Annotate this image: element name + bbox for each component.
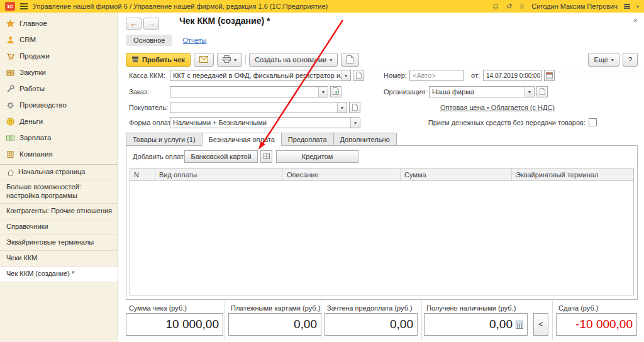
pay-by-credit-button[interactable]: Кредитом xyxy=(276,150,358,163)
payments-table: N Вид оплаты Описание Сумма Эквайринговы… xyxy=(130,168,634,295)
nav-item-label: Справочники xyxy=(6,223,48,231)
create-order-button[interactable] xyxy=(330,86,341,97)
totals-divider xyxy=(225,301,225,340)
number-field[interactable]: <Авто> xyxy=(409,70,464,81)
open-organization-button[interactable] xyxy=(536,86,548,97)
organization-field[interactable]: Наша фирма ▾ xyxy=(429,86,535,97)
calculator-icon[interactable] xyxy=(516,321,523,329)
sidebar-item-kompaniya[interactable]: Компания xyxy=(0,146,118,162)
sidebar-item-raboty[interactable]: Работы xyxy=(0,80,118,97)
cards-sum-field: 0,00 xyxy=(228,313,321,336)
sidebar-item-ekvayring-terminaly[interactable]: Эквайринговые терминалы xyxy=(0,235,118,251)
column-header-opisanie[interactable]: Описание xyxy=(283,168,401,180)
customer-field[interactable]: ▾ xyxy=(170,102,347,113)
sidebar-item-prodazhi[interactable]: Продажи xyxy=(0,48,118,64)
open-customer-button[interactable] xyxy=(349,102,360,113)
date-field[interactable]: 14.07.2019 0:00:00 xyxy=(483,70,542,81)
payment-type-menu-button[interactable] xyxy=(260,150,272,163)
cash-received-label: Получено наличными (руб.) xyxy=(426,304,516,312)
close-icon[interactable]: × xyxy=(633,16,638,25)
history-icon[interactable]: ↺ xyxy=(506,2,512,11)
pay-by-card-button[interactable]: Банковской картой xyxy=(184,150,258,163)
document-button[interactable] xyxy=(341,53,359,67)
main-menu-icon[interactable] xyxy=(20,3,28,9)
field-value: Наличными + Безналичными xyxy=(170,118,350,128)
sidebar-item-proizvodstvo[interactable]: Производство xyxy=(0,97,118,113)
column-header-vid-oplaty[interactable]: Вид оплаты xyxy=(155,168,283,180)
column-header-summa[interactable]: Сумма xyxy=(401,168,512,180)
sidebar-item-zakupki[interactable]: Закупки xyxy=(0,64,118,80)
kassa-kkm-field[interactable]: ККТ с передачей в ОФД, фискальный регист… xyxy=(170,70,351,81)
service-menu-icon[interactable] xyxy=(624,3,630,9)
sidebar-item-cheki-kkm[interactable]: Чеки ККМ xyxy=(0,251,118,267)
sidebar-item-zarplata[interactable]: Зарплата xyxy=(0,130,118,146)
more-button[interactable]: Еще ▾ xyxy=(588,53,619,67)
nav-back-button[interactable]: ← xyxy=(126,18,142,30)
no-goods-transfer-checkbox[interactable] xyxy=(589,118,597,126)
dropdown-button[interactable]: ▾ xyxy=(337,102,347,113)
sidebar-item-dengi[interactable]: Деньги xyxy=(0,113,118,130)
add-payment-label: Добавить оплату: xyxy=(133,153,189,160)
sidebar-item-crm[interactable]: CRM xyxy=(0,31,118,48)
sidebar-item-label: Закупки xyxy=(19,69,46,76)
column-header-n[interactable]: N xyxy=(130,168,155,180)
tab-tovary-i-uslugi[interactable]: Товары и услуги (1) xyxy=(126,133,202,146)
nav-forward-button[interactable]: → xyxy=(143,18,159,30)
production-gear-icon xyxy=(6,101,14,109)
send-email-button[interactable] xyxy=(194,53,214,67)
open-kassa-button[interactable] xyxy=(353,70,364,81)
current-user[interactable]: Сигодин Максим Петрович xyxy=(531,3,618,10)
tab-otchety[interactable]: Отчеты xyxy=(182,36,206,44)
company-building-icon xyxy=(6,150,14,158)
sidebar-item-chek-kkm-sozdanie[interactable]: Чек ККМ (создание) * xyxy=(0,267,118,282)
totals-divider xyxy=(552,301,553,340)
field-value xyxy=(170,102,337,113)
notifications-bell-icon[interactable] xyxy=(492,3,499,11)
sidebar-item-home[interactable]: Начальная страница xyxy=(0,165,118,180)
application-window: 1С Управление нашей фирмой 6 / Управлени… xyxy=(0,0,644,342)
nav-item-label: Больше возможностей: настройка программы xyxy=(6,183,114,201)
sidebar-item-kontragenty[interactable]: Контрагенты: Прочие отношения xyxy=(0,204,118,219)
order-field[interactable]: ▾ xyxy=(170,86,328,97)
tab-dopolnitelno[interactable]: Дополнительно xyxy=(333,133,397,146)
toolbar: Пробить чек ▾ Создать на основании ▾ Еще… xyxy=(126,53,638,67)
1c-logo-icon: 1С xyxy=(5,2,15,11)
cash-received-value: 0,00 xyxy=(428,317,513,331)
post-check-label: Пробить чек xyxy=(142,56,185,63)
collapse-totals-button[interactable]: < xyxy=(533,313,548,336)
tab-osnovnoe[interactable]: Основное xyxy=(126,35,172,46)
post-check-button[interactable]: Пробить чек xyxy=(126,53,191,67)
dropdown-button[interactable]: ▾ xyxy=(341,70,350,80)
sidebar-item-spravochniki[interactable]: Справочники xyxy=(0,219,118,235)
payments-table-body[interactable] xyxy=(130,181,633,295)
sidebar-item-more-options[interactable]: Больше возможностей: настройка программы xyxy=(0,180,118,204)
chevron-down-icon: ▾ xyxy=(330,57,332,63)
open-form-icon xyxy=(356,71,362,80)
kassa-kkm-label: Касса ККМ: xyxy=(129,70,165,81)
check-sum-value: 10 000,00 xyxy=(130,317,219,331)
payment-panel: Добавить оплату: Банковской картой Креди… xyxy=(126,145,638,300)
create-based-on-button[interactable]: Создать на основании ▾ xyxy=(249,53,338,67)
print-button[interactable]: ▾ xyxy=(217,53,242,67)
dropdown-button[interactable]: ▾ xyxy=(318,87,328,97)
section-tabs: Основное Отчеты xyxy=(126,35,206,46)
tab-beznalichnaya-oplata[interactable]: Безналичная оплата xyxy=(202,133,281,146)
document-icon xyxy=(347,55,353,65)
dropdown-button[interactable]: ▾ xyxy=(525,87,534,97)
calendar-button[interactable] xyxy=(544,70,555,81)
main-content: ← → Чек ККМ (создание) * × Основное Отче… xyxy=(119,13,644,342)
detail-tabs: Товары и услуги (1) Безналичная оплата П… xyxy=(126,133,397,146)
payments-table-header: N Вид оплаты Описание Сумма Эквайринговы… xyxy=(130,168,633,181)
dropdown-button[interactable]: ▾ xyxy=(350,118,360,128)
tab-predoplata[interactable]: Предоплата xyxy=(281,133,333,146)
payment-form-field[interactable]: Наличными + Безналичными ▾ xyxy=(170,117,360,128)
price-type-link[interactable]: Оптовая цена • Облагается (с НДС) xyxy=(440,102,555,113)
chevron-down-icon[interactable]: ▾ xyxy=(636,4,639,9)
open-form-icon xyxy=(540,87,545,97)
sales-cart-icon xyxy=(6,52,14,60)
column-header-terminal[interactable]: Эквайринговый терминал xyxy=(512,168,633,180)
help-button[interactable]: ? xyxy=(623,53,638,67)
cash-received-field[interactable]: 0,00 xyxy=(424,313,528,336)
sidebar-item-glavnoe[interactable]: Главное xyxy=(0,15,118,31)
favorites-star-icon[interactable]: ☆ xyxy=(519,2,526,11)
